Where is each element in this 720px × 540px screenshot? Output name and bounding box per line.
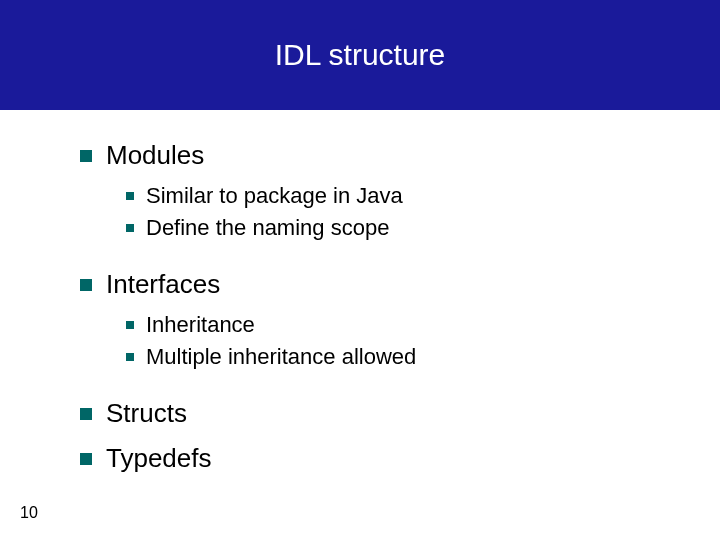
square-bullet-icon: [126, 321, 134, 329]
list-row: Similar to package in Java: [126, 183, 670, 209]
list-item: Typedefs: [80, 443, 670, 474]
list-label: Multiple inheritance allowed: [146, 344, 416, 370]
list-row: Interfaces: [80, 269, 670, 300]
list-row: Inheritance: [126, 312, 670, 338]
list-item: Modules Similar to package in Java Defin…: [80, 140, 670, 241]
square-bullet-icon: [126, 224, 134, 232]
list-label: Inheritance: [146, 312, 255, 338]
sublist: Similar to package in Java Define the na…: [126, 183, 670, 241]
slide-content: Modules Similar to package in Java Defin…: [0, 110, 720, 474]
title-bar: IDL structure: [0, 0, 720, 110]
list-label: Interfaces: [106, 269, 220, 300]
list-row: Define the naming scope: [126, 215, 670, 241]
list-label: Modules: [106, 140, 204, 171]
list-row: Multiple inheritance allowed: [126, 344, 670, 370]
square-bullet-icon: [126, 353, 134, 361]
list-label: Define the naming scope: [146, 215, 389, 241]
list-item: Structs: [80, 398, 670, 429]
square-bullet-icon: [80, 453, 92, 465]
slide-title: IDL structure: [275, 38, 446, 72]
list-label: Structs: [106, 398, 187, 429]
square-bullet-icon: [80, 150, 92, 162]
list-row: Modules: [80, 140, 670, 171]
square-bullet-icon: [126, 192, 134, 200]
square-bullet-icon: [80, 408, 92, 420]
list-row: Structs: [80, 398, 670, 429]
list-label: Similar to package in Java: [146, 183, 403, 209]
square-bullet-icon: [80, 279, 92, 291]
list-label: Typedefs: [106, 443, 212, 474]
list-row: Typedefs: [80, 443, 670, 474]
list-item: Interfaces Inheritance Multiple inherita…: [80, 269, 670, 370]
sublist: Inheritance Multiple inheritance allowed: [126, 312, 670, 370]
page-number: 10: [20, 504, 38, 522]
